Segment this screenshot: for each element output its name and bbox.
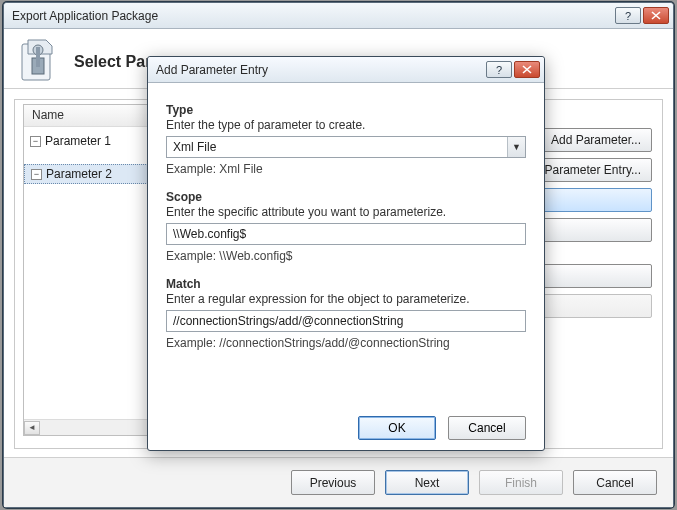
next-label: Next — [415, 476, 440, 490]
tree-item-label: Parameter 2 — [46, 167, 112, 181]
match-input[interactable] — [166, 310, 526, 332]
cancel-button[interactable]: Cancel — [573, 470, 657, 495]
package-icon — [18, 38, 60, 86]
chevron-down-icon[interactable]: ▼ — [507, 137, 525, 157]
cancel-label: Cancel — [596, 476, 633, 490]
match-example: Example: //connectionStrings/add/@connec… — [166, 336, 526, 350]
dialog-close-button[interactable] — [514, 61, 540, 78]
previous-label: Previous — [310, 476, 357, 490]
dialog-title: Add Parameter Entry — [156, 63, 484, 77]
add-parameter-label: Add Parameter... — [551, 133, 641, 147]
match-description: Enter a regular expression for the objec… — [166, 292, 526, 306]
window-title: Export Application Package — [12, 9, 613, 23]
previous-button[interactable]: Previous — [291, 470, 375, 495]
dialog-footer: OK Cancel — [148, 416, 544, 440]
finish-label: Finish — [505, 476, 537, 490]
dialog-titlebar: Add Parameter Entry — [148, 57, 544, 83]
type-description: Enter the type of parameter to create. — [166, 118, 526, 132]
wizard-footer: Previous Next Finish Cancel — [4, 457, 673, 507]
ok-button[interactable]: OK — [358, 416, 436, 440]
type-field[interactable] — [166, 136, 526, 158]
dialog-cancel-button[interactable]: Cancel — [448, 416, 526, 440]
expand-toggle-icon[interactable]: − — [30, 136, 41, 147]
scope-label: Scope — [166, 190, 526, 204]
scroll-left-icon[interactable]: ◄ — [24, 421, 40, 435]
scope-input[interactable] — [166, 223, 526, 245]
type-combobox[interactable]: ▼ — [166, 136, 526, 158]
type-example: Example: Xml File — [166, 162, 526, 176]
svg-rect-3 — [36, 47, 40, 67]
ok-label: OK — [388, 421, 405, 435]
dialog-help-button[interactable] — [486, 61, 512, 78]
dialog-body: Type Enter the type of parameter to crea… — [148, 83, 544, 374]
scope-description: Enter the specific attribute you want to… — [166, 205, 526, 219]
scope-example: Example: \\Web.config$ — [166, 249, 526, 263]
next-button[interactable]: Next — [385, 470, 469, 495]
type-label: Type — [166, 103, 526, 117]
tree-item-label: Parameter 1 — [45, 134, 111, 148]
match-label: Match — [166, 277, 526, 291]
dialog-cancel-label: Cancel — [468, 421, 505, 435]
help-button[interactable] — [615, 7, 641, 24]
window-titlebar: Export Application Package — [4, 3, 673, 29]
add-parameter-entry-dialog: Add Parameter Entry Type Enter the type … — [147, 56, 545, 451]
close-button[interactable] — [643, 7, 669, 24]
finish-button: Finish — [479, 470, 563, 495]
expand-toggle-icon[interactable]: − — [31, 169, 42, 180]
